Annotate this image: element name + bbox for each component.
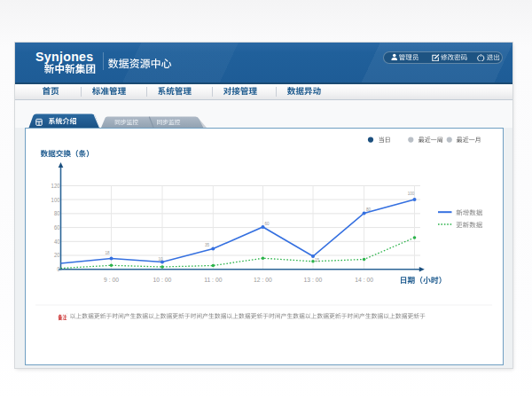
svg-text:20: 20: [54, 252, 60, 258]
svg-text:14 : 00: 14 : 00: [355, 277, 373, 283]
svg-text:80: 80: [54, 210, 60, 216]
svg-text:10: 10: [158, 256, 162, 262]
svg-text:15: 15: [315, 257, 319, 262]
svg-text:35: 35: [205, 242, 209, 247]
svg-text:120: 120: [51, 183, 60, 189]
svg-text:80: 80: [366, 207, 371, 212]
svg-text:13 : 00: 13 : 00: [304, 277, 323, 283]
svg-text:100: 100: [408, 191, 415, 196]
svg-text:11 : 00: 11 : 00: [204, 277, 223, 283]
svg-text:12 : 00: 12 : 00: [254, 277, 272, 283]
svg-text:18: 18: [105, 250, 109, 255]
svg-text:60: 60: [54, 224, 60, 231]
svg-text:100: 100: [51, 197, 60, 203]
svg-text:10 : 00: 10 : 00: [153, 277, 172, 283]
svg-text:0: 0: [57, 266, 60, 272]
svg-text:40: 40: [54, 239, 60, 245]
svg-text:9 : 00: 9 : 00: [104, 277, 119, 283]
svg-text:60: 60: [264, 221, 269, 226]
